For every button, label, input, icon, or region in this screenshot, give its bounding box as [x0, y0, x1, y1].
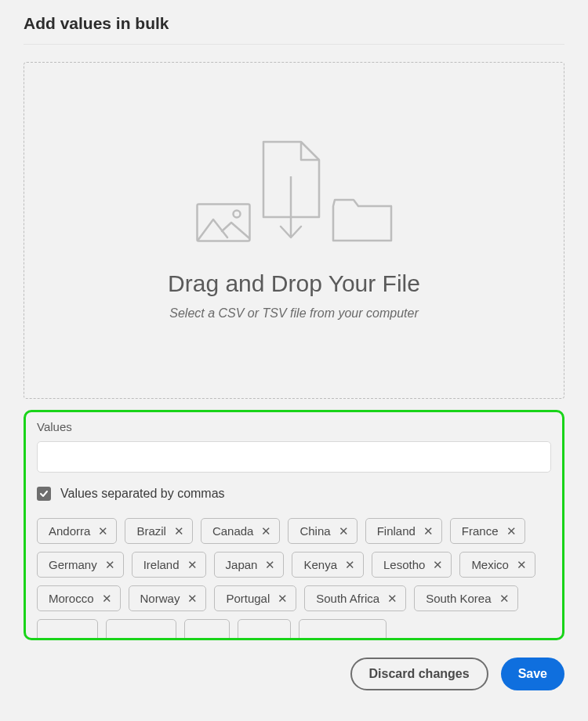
value-tag[interactable]: Japan✕	[214, 552, 285, 578]
tag-label: Canada	[212, 524, 254, 538]
close-icon[interactable]: ✕	[174, 525, 184, 537]
close-icon[interactable]: ✕	[187, 592, 198, 604]
close-icon[interactable]: ✕	[265, 559, 275, 571]
value-tag[interactable]: Brazil✕	[125, 518, 193, 544]
close-icon[interactable]: ✕	[387, 592, 397, 604]
close-icon[interactable]: ✕	[102, 592, 112, 604]
value-tag[interactable]: Finland✕	[365, 518, 442, 544]
tag-label: South Africa	[316, 592, 379, 605]
value-tag[interactable]: Kenya✕	[292, 552, 364, 578]
dropzone-subtitle: Select a CSV or TSV file from your compu…	[169, 306, 418, 321]
value-tag-partial[interactable]	[184, 619, 230, 640]
value-tag[interactable]: Canada✕	[201, 518, 281, 544]
tag-label: Finland	[377, 524, 416, 538]
image-icon	[196, 203, 251, 242]
value-tag[interactable]: South Korea✕	[414, 585, 517, 611]
value-tag[interactable]: Portugal✕	[214, 585, 296, 611]
file-dropzone[interactable]: Drag and Drop Your File Select a CSV or …	[24, 62, 564, 399]
tags-container: Andorra✕Brazil✕Canada✕China✕Finland✕Fran…	[37, 518, 551, 640]
tag-label: Morocco	[49, 592, 94, 605]
value-tag[interactable]: Morocco✕	[37, 585, 121, 611]
value-tag[interactable]: Ireland✕	[132, 552, 206, 578]
separator-checkbox-row[interactable]: Values separated by commas	[37, 487, 551, 501]
value-tag-partial[interactable]	[238, 619, 291, 640]
tag-label: South Korea	[426, 592, 491, 605]
svg-point-1	[233, 211, 240, 218]
tag-label: Andorra	[49, 524, 90, 538]
close-icon[interactable]: ✕	[339, 525, 349, 537]
tag-label: Ireland	[143, 558, 180, 571]
value-tag-partial[interactable]	[299, 619, 387, 640]
tag-label: Brazil	[136, 524, 166, 538]
tag-label: China	[299, 524, 330, 538]
value-tag[interactable]: Germany✕	[37, 552, 124, 578]
close-icon[interactable]: ✕	[499, 592, 510, 604]
file-download-icon	[262, 140, 321, 242]
tag-label: Mexico	[471, 558, 509, 571]
dropzone-icons	[196, 140, 393, 242]
values-label: Values	[37, 420, 551, 433]
close-icon[interactable]: ✕	[423, 525, 434, 537]
close-icon[interactable]: ✕	[261, 525, 271, 537]
values-section: Values Values separated by commas Andorr…	[24, 410, 564, 640]
value-tag[interactable]: Norway✕	[129, 585, 207, 611]
value-tag[interactable]: Lesotho✕	[372, 552, 452, 578]
tag-label: Germany	[49, 558, 97, 571]
dropzone-title: Drag and Drop Your File	[168, 270, 420, 297]
page-title: Add values in bulk	[24, 14, 564, 45]
close-icon[interactable]: ✕	[517, 559, 527, 571]
close-icon[interactable]: ✕	[187, 559, 198, 571]
value-tag[interactable]: France✕	[450, 518, 525, 544]
value-tag-partial[interactable]	[37, 619, 98, 640]
value-tag[interactable]: Andorra✕	[37, 518, 117, 544]
check-icon	[39, 489, 49, 498]
tag-label: Norway	[140, 592, 180, 605]
footer-actions: Discard changes Save	[24, 658, 564, 690]
svg-rect-0	[197, 205, 249, 241]
tag-label: Japan	[226, 558, 258, 571]
close-icon[interactable]: ✕	[278, 592, 288, 604]
value-tag[interactable]: Mexico✕	[459, 552, 535, 578]
close-icon[interactable]: ✕	[345, 559, 355, 571]
values-input[interactable]	[37, 441, 551, 473]
tag-label: Portugal	[226, 592, 270, 605]
tag-label: France	[462, 524, 499, 538]
tag-label: Kenya	[303, 558, 337, 571]
tag-label: Lesotho	[383, 558, 425, 571]
value-tag-partial[interactable]	[106, 619, 176, 640]
save-button[interactable]: Save	[501, 658, 564, 690]
close-icon[interactable]: ✕	[506, 525, 517, 537]
value-tag[interactable]: China✕	[288, 518, 357, 544]
discard-button[interactable]: Discard changes	[350, 658, 488, 690]
close-icon[interactable]: ✕	[98, 525, 108, 537]
value-tag[interactable]: South Africa✕	[304, 585, 406, 611]
separator-checkbox-label: Values separated by commas	[60, 487, 225, 501]
close-icon[interactable]: ✕	[105, 559, 115, 571]
folder-icon	[332, 198, 393, 242]
close-icon[interactable]: ✕	[433, 559, 443, 571]
separator-checkbox[interactable]	[37, 487, 51, 501]
